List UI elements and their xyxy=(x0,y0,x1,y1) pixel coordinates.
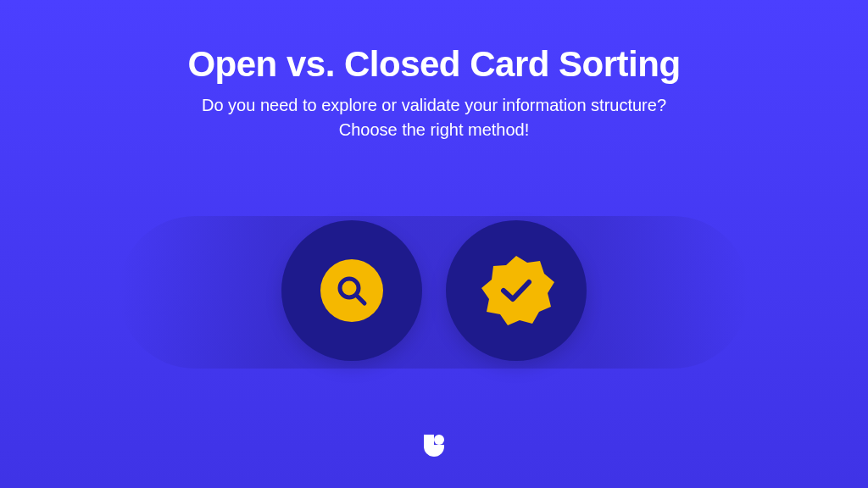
page-subtitle: Do you need to explore or validate your … xyxy=(187,93,680,142)
brand-logo xyxy=(421,432,447,461)
header: Open vs. Closed Card Sorting Do you need… xyxy=(187,44,680,142)
icon-row xyxy=(0,220,868,361)
verified-badge-wrap xyxy=(478,252,554,329)
svg-point-4 xyxy=(434,435,444,445)
page-title: Open vs. Closed Card Sorting xyxy=(187,44,680,85)
closed-sorting-circle xyxy=(446,220,587,361)
subtitle-line-2: Choose the right method! xyxy=(339,120,530,139)
brand-logo-icon xyxy=(421,432,447,458)
open-sorting-circle xyxy=(281,220,422,361)
svg-line-1 xyxy=(356,295,364,303)
search-icon xyxy=(334,273,370,308)
verified-badge-icon xyxy=(478,252,554,329)
subtitle-line-1: Do you need to explore or validate your … xyxy=(202,96,666,114)
search-icon-disc xyxy=(320,259,383,322)
svg-rect-3 xyxy=(424,435,434,445)
